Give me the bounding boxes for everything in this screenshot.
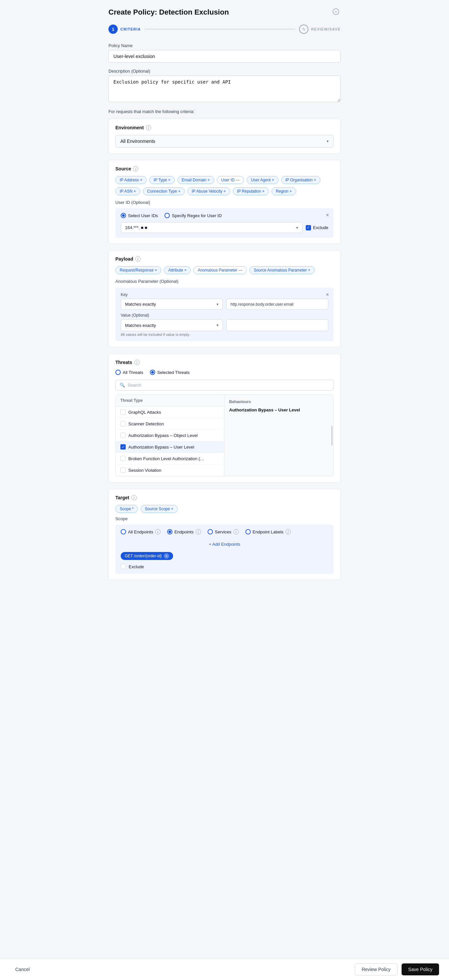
exclude-checkbox[interactable]: [306, 225, 311, 231]
tag-source-scope[interactable]: Source Scope +: [141, 505, 178, 513]
payload-info-icon[interactable]: i: [135, 256, 141, 262]
threats-title: Threats i: [115, 360, 334, 365]
tag-region[interactable]: Region +: [272, 187, 296, 195]
radio-dot-endpoint-labels: [245, 529, 251, 535]
description-group: Description (Optional) Exclusion policy …: [108, 68, 341, 103]
description-input[interactable]: Exclusion policy for specific user and A…: [108, 76, 341, 102]
scope-exclude-checkbox[interactable]: [121, 564, 126, 569]
page-title: Create Policy: Detection Exclusion: [108, 8, 229, 17]
all-endpoints-info-icon[interactable]: i: [155, 529, 161, 535]
tag-scope[interactable]: Scope *: [115, 505, 138, 513]
cancel-button[interactable]: Cancel: [10, 964, 35, 975]
environment-dropdown[interactable]: All Environments ▾: [115, 135, 334, 148]
radio-dot-regex: [164, 213, 170, 218]
services-info-icon[interactable]: i: [234, 529, 239, 535]
description-label: Description (Optional): [108, 68, 341, 73]
threats-list: Threat Type GraphQL Attacks Scanner Dete…: [116, 395, 224, 476]
threats-search[interactable]: 🔍 Search: [115, 380, 334, 391]
checkbox-authz-user[interactable]: [120, 444, 126, 450]
threats-grid: Threat Type GraphQL Attacks Scanner Dete…: [115, 395, 334, 476]
endpoints-info-icon[interactable]: i: [196, 529, 201, 535]
step-review[interactable]: ✎ REVIEW/SAVE: [299, 24, 341, 34]
chevron-down-icon: ▾: [296, 226, 298, 230]
tag-ip-type[interactable]: IP Type +: [149, 176, 175, 184]
scope-endpoints[interactable]: Endpoints i: [167, 529, 201, 535]
key-label: Key: [121, 293, 328, 297]
scope-all-endpoints[interactable]: All Endpoints i: [121, 529, 161, 535]
radio-dot-endpoints: [167, 529, 172, 535]
user-id-radio-row: Select User IDs Specify Regex for User I…: [121, 213, 328, 218]
user-id-value-row: 164.***. ■ ■ ▾ Exclude: [121, 222, 328, 233]
tag-ip-abuse-velocity[interactable]: IP Abuse Velocity +: [187, 187, 230, 195]
add-endpoints-button[interactable]: + Add Endpoints: [121, 539, 328, 549]
endpoint-labels-info-icon[interactable]: i: [285, 529, 291, 535]
value-match-select[interactable]: Matches exactly ▾: [121, 319, 223, 331]
key-row: Key Matches exactly ▾ http.response.body…: [121, 293, 328, 310]
value-label: Value (Optional): [121, 313, 328, 318]
endpoint-tag-remove[interactable]: ×: [164, 553, 169, 558]
tag-ip-asn[interactable]: IP ASN +: [115, 187, 140, 195]
anomalous-close-icon[interactable]: ×: [326, 292, 329, 298]
threat-item-bfla[interactable]: Broken Function Level Authorization (…: [116, 453, 224, 465]
threats-info-icon[interactable]: i: [134, 360, 140, 365]
tag-email-domain[interactable]: Email Domain +: [177, 176, 214, 184]
checkbox-session[interactable]: [120, 468, 126, 473]
radio-select-user-ids[interactable]: Select User IDs: [121, 213, 158, 218]
scrollbar[interactable]: [331, 426, 333, 445]
tag-ip-reputation[interactable]: IP Reputation +: [233, 187, 269, 195]
source-info-icon[interactable]: i: [133, 166, 138, 172]
threat-type-header: Threat Type: [116, 395, 224, 406]
tag-user-id[interactable]: User ID —: [217, 176, 244, 184]
payload-card: Payload i Request/Response + Attribute +…: [108, 250, 341, 347]
policy-name-input[interactable]: [108, 50, 341, 63]
radio-selected-threats[interactable]: Selected Threats: [150, 370, 189, 375]
payload-tags-row: Request/Response + Attribute + Anomalous…: [115, 266, 334, 274]
step1-label: CRITERIA: [120, 27, 141, 31]
user-id-subcard: × Select User IDs Specify Regex for User…: [115, 208, 334, 238]
tag-request-response[interactable]: Request/Response +: [115, 266, 161, 274]
user-id-value-select[interactable]: 164.***. ■ ■ ▾: [121, 222, 303, 233]
save-policy-button[interactable]: Save Policy: [401, 963, 439, 975]
tag-anomalous-param[interactable]: Anomalous Parameter —: [193, 266, 247, 274]
checkbox-authz-object[interactable]: [120, 433, 126, 438]
threats-radio-row: All Threats Selected Threats: [115, 370, 334, 375]
review-policy-button[interactable]: Review Policy: [355, 963, 398, 975]
endpoint-tag-row: GET /order/{order-id} ×: [121, 552, 328, 560]
checkbox-scanner[interactable]: [120, 421, 126, 426]
threat-item-scanner[interactable]: Scanner Detection: [116, 418, 224, 430]
close-icon[interactable]: ×: [333, 8, 341, 16]
radio-regex-user-id[interactable]: Specify Regex for User ID: [164, 213, 221, 218]
threat-item-session[interactable]: Session Violation: [116, 465, 224, 476]
step2-label: REVIEW/SAVE: [311, 27, 341, 31]
footer-right: Review Policy Save Policy: [355, 963, 439, 975]
checkbox-graphql[interactable]: [120, 409, 126, 415]
scope-services[interactable]: Services i: [208, 529, 239, 535]
tag-connection-type[interactable]: Connection Type +: [143, 187, 185, 195]
target-info-icon[interactable]: i: [131, 495, 137, 500]
environment-info-icon[interactable]: i: [146, 125, 151, 130]
radio-all-threats[interactable]: All Threats: [115, 370, 143, 375]
threat-item-graphql[interactable]: GraphQL Attacks: [116, 406, 224, 418]
checkbox-bfla[interactable]: [120, 456, 126, 461]
scope-subcard: All Endpoints i Endpoints i Services i E…: [115, 525, 334, 574]
environment-title: Environment i: [115, 125, 334, 130]
behaviours-header: Behaviours: [229, 399, 329, 404]
scope-label: Scope: [115, 516, 334, 521]
threat-item-authz-object[interactable]: Authorization Bypass – Object Level: [116, 430, 224, 441]
tag-ip-organisation[interactable]: IP Organisation +: [281, 176, 321, 184]
value-input[interactable]: [226, 319, 328, 331]
target-tags-row: Scope * Source Scope +: [115, 505, 334, 513]
tag-source-anomalous[interactable]: Source Anomalous Parameter +: [249, 266, 314, 274]
key-grid: Matches exactly ▾ http.response.body.ord…: [121, 299, 328, 310]
user-id-optional-label: User ID (Optional): [115, 200, 334, 205]
key-match-select[interactable]: Matches exactly ▾: [121, 299, 223, 310]
user-id-value-text: 164.***. ■ ■: [125, 225, 147, 230]
tag-user-agent[interactable]: User Agent +: [247, 176, 279, 184]
user-id-close-icon[interactable]: ×: [326, 212, 329, 218]
tag-ip-address[interactable]: IP Address +: [115, 176, 146, 184]
tag-attribute[interactable]: Attribute +: [164, 266, 191, 274]
threat-item-authz-user[interactable]: Authorization Bypass – User Level: [116, 441, 224, 453]
target-title: Target i: [115, 495, 334, 500]
key-value-input[interactable]: http.response.body.order.user.email: [226, 299, 328, 310]
scope-endpoint-labels[interactable]: Endpoint Labels i: [245, 529, 291, 535]
